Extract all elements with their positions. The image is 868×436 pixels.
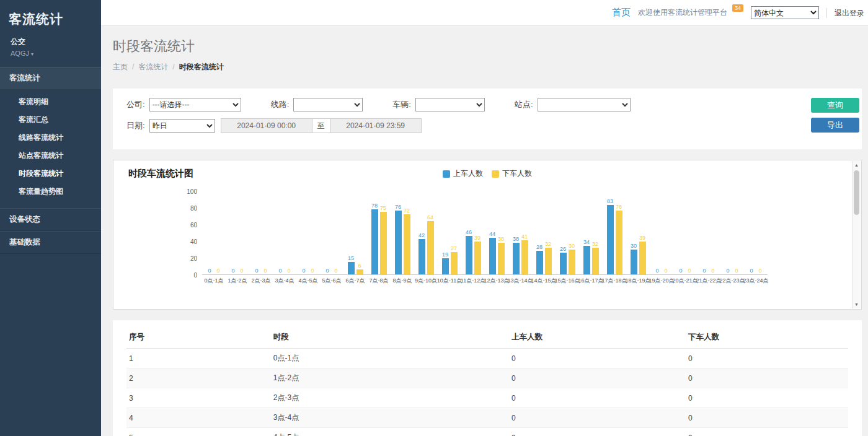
sidebar-item-站点客流统计[interactable]: 站点客流统计 — [0, 147, 101, 165]
line-select[interactable] — [293, 98, 363, 111]
bar[interactable] — [404, 214, 410, 274]
table-cell: 0 — [509, 388, 686, 408]
date-preset-select[interactable]: 昨日 — [149, 119, 215, 133]
bar-value-label: 32 — [592, 241, 598, 247]
y-axis-tick: 40 — [190, 238, 197, 245]
scroll-up-icon[interactable]: ▲ — [852, 161, 861, 169]
station-label: 站点: — [515, 99, 533, 110]
bar-value-label: 0 — [679, 268, 682, 274]
breadcrumb-separator: / — [172, 63, 174, 71]
bar-value-label: 0 — [758, 268, 761, 274]
sidebar-section-device-status[interactable]: 设备状态 — [0, 208, 101, 231]
bar-group: 0022点-23点 — [720, 191, 744, 274]
legend-item[interactable]: 下车人数 — [492, 168, 532, 179]
profile-block: 公交 AQGJ▾ — [0, 35, 101, 67]
export-button[interactable]: 导出 — [811, 118, 859, 133]
sidebar-section-base-data[interactable]: 基础数据 — [0, 231, 101, 254]
bar[interactable] — [639, 242, 646, 274]
profile-user-dropdown[interactable]: AQGJ▾ — [11, 50, 91, 57]
sidebar-section-passenger-stats[interactable]: 客流统计 — [0, 67, 101, 90]
chart-scrollbar[interactable]: ▲ ▼ — [852, 161, 861, 308]
bar-value-label: 15 — [348, 255, 354, 261]
table-header-row: 序号时段上车人数下车人数 — [126, 326, 848, 349]
bar[interactable] — [371, 209, 378, 274]
x-axis-label: 14点-15点 — [531, 277, 556, 285]
bar[interactable] — [474, 242, 481, 274]
bar[interactable] — [380, 212, 387, 274]
table-header-cell: 时段 — [271, 326, 509, 349]
bar-value-label: 76 — [616, 204, 622, 210]
breadcrumb-item[interactable]: 主页 — [113, 63, 128, 71]
bar-column: 0 — [678, 268, 684, 274]
chevron-down-icon: ▾ — [31, 51, 33, 57]
bar-column: 0 — [725, 268, 732, 274]
date-to-input[interactable] — [330, 118, 422, 133]
bar[interactable] — [583, 246, 590, 274]
bar[interactable] — [536, 251, 543, 274]
bar[interactable] — [607, 205, 614, 274]
table-cell: 0 — [509, 408, 686, 428]
bar-value-label: 0 — [208, 268, 211, 274]
bar[interactable] — [427, 221, 434, 274]
bar-column: 30 — [631, 243, 637, 275]
table-cell: 0 — [509, 368, 686, 388]
scrollbar-thumb[interactable] — [854, 170, 859, 215]
bar[interactable] — [466, 236, 472, 274]
bar-value-label: 44 — [489, 231, 495, 237]
table-cell: 0 — [509, 349, 686, 368]
bar[interactable] — [560, 253, 567, 274]
bar[interactable] — [418, 239, 425, 274]
home-link[interactable]: 首页 — [612, 7, 631, 19]
page-title: 时段客流统计 — [113, 37, 862, 56]
bar-value-label: 0 — [726, 268, 729, 274]
scroll-down-icon[interactable]: ▼ — [852, 300, 861, 308]
date-from-input[interactable] — [221, 118, 312, 133]
bar[interactable] — [348, 262, 355, 274]
sidebar-item-客流明细[interactable]: 客流明细 — [0, 93, 101, 111]
bar[interactable] — [498, 243, 505, 274]
company-select[interactable]: ---请选择--- — [149, 98, 241, 111]
bar[interactable] — [513, 243, 520, 274]
sidebar-menu: 客流统计 客流明细客流汇总线路客流统计站点客流统计时段客流统计客流量趋势图 设备… — [0, 67, 101, 254]
bar-column: 0 — [733, 268, 740, 274]
vehicle-select[interactable] — [415, 98, 485, 111]
table-row: 32点-3点00 — [126, 388, 848, 408]
bar-column: 0 — [286, 268, 293, 274]
language-select[interactable]: 简体中文 — [751, 6, 819, 19]
bar[interactable] — [356, 269, 363, 274]
bar[interactable] — [442, 258, 449, 274]
bar-group: 0023点-24点 — [744, 191, 768, 274]
bar-group: 384113点-14点 — [508, 191, 532, 274]
bar-value-label: 0 — [311, 268, 314, 274]
bar[interactable] — [616, 211, 622, 274]
table-row: 21点-2点00 — [126, 368, 848, 388]
bar[interactable] — [451, 252, 458, 274]
bar-group: 42649点-10点 — [414, 191, 438, 274]
bar-column: 38 — [498, 236, 505, 274]
x-axis-label: 13点-14点 — [507, 277, 533, 285]
bar[interactable] — [489, 238, 496, 274]
query-button[interactable]: 查询 — [811, 98, 859, 113]
legend-item[interactable]: 上车人数 — [443, 168, 483, 179]
station-select[interactable] — [538, 98, 631, 111]
bar[interactable] — [545, 248, 552, 274]
sidebar-item-时段客流统计[interactable]: 时段客流统计 — [0, 165, 101, 183]
breadcrumb-separator: / — [132, 63, 134, 71]
bar[interactable] — [521, 240, 528, 274]
bar[interactable] — [395, 211, 402, 274]
bar[interactable] — [569, 250, 575, 275]
bar-value-label: 78 — [371, 203, 378, 209]
breadcrumb-item[interactable]: 客流统计 — [138, 63, 168, 71]
breadcrumb-item: 时段客流统计 — [179, 63, 224, 71]
bar[interactable] — [631, 250, 637, 275]
bar[interactable] — [592, 248, 599, 274]
logout-link[interactable]: 退出登录 — [826, 8, 864, 18]
x-axis-label: 11点-12点 — [461, 277, 485, 285]
bar-group: 463911点-12点 — [461, 191, 485, 274]
bar-group: 78757点-8点 — [367, 191, 391, 274]
sidebar-item-客流量趋势图[interactable]: 客流量趋势图 — [0, 183, 101, 201]
sidebar-item-客流汇总[interactable]: 客流汇总 — [0, 111, 101, 129]
bar-column: 6 — [356, 263, 363, 274]
sidebar-item-线路客流统计[interactable]: 线路客流统计 — [0, 129, 101, 147]
notification-badge[interactable]: 34 — [732, 4, 743, 12]
